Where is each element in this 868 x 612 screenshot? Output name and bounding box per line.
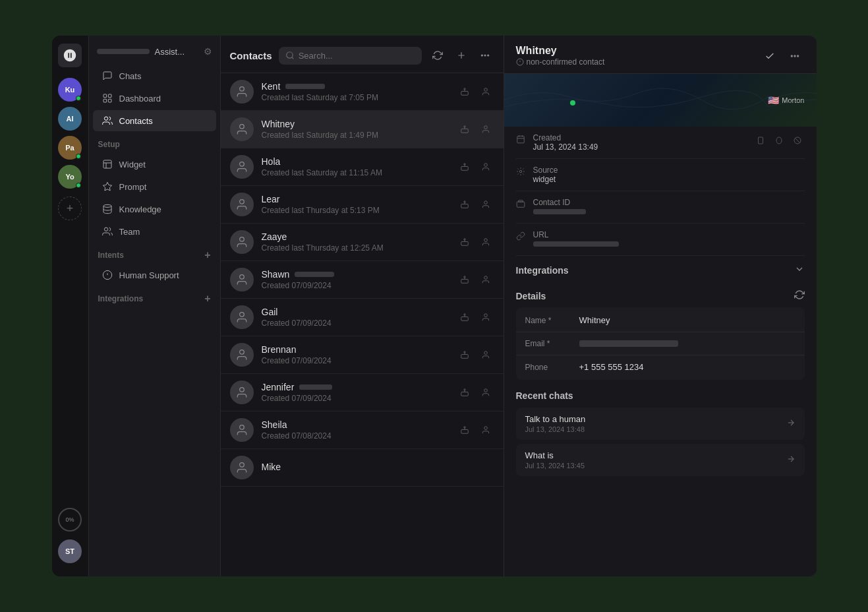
created-label: Created xyxy=(533,133,586,142)
contact-info: Shawn Created 07/09/2024 xyxy=(262,269,448,290)
contacts-panel: Contacts xyxy=(221,36,504,576)
add-intent-button[interactable]: + xyxy=(204,249,210,261)
assign-user-icon xyxy=(481,275,490,284)
svg-point-38 xyxy=(484,276,487,280)
svg-point-60 xyxy=(794,55,796,57)
contact-date: Created last Saturday at 7:05 PM xyxy=(262,93,448,102)
svg-rect-48 xyxy=(461,392,468,396)
integrations-toggle[interactable] xyxy=(794,264,805,276)
more-options-button[interactable] xyxy=(476,46,494,65)
add-workspace-button[interactable]: + xyxy=(58,197,82,220)
nav-item-dashboard[interactable]: Dashboard xyxy=(93,88,216,109)
icon-sidebar: Ku AI Pa Yo + 0% ST xyxy=(52,36,89,576)
search-input[interactable] xyxy=(299,51,415,61)
svg-point-50 xyxy=(484,389,487,392)
contact-date: Created 07/09/2024 xyxy=(262,319,448,328)
check-icon xyxy=(765,51,775,61)
svg-point-6 xyxy=(103,204,111,207)
contact-bot-button[interactable] xyxy=(456,309,473,326)
contact-item-kent[interactable]: Kent Created last Saturday at 7:05 PM xyxy=(221,73,504,111)
logo-icon[interactable] xyxy=(58,44,82,67)
add-contact-button[interactable] xyxy=(452,46,471,65)
svg-point-59 xyxy=(791,55,792,57)
contact-user-button[interactable] xyxy=(477,271,494,288)
contact-user-button[interactable] xyxy=(477,233,494,251)
contact-user-button[interactable] xyxy=(477,121,494,138)
details-form: Name * Whitney Email * Phone +1 555 555 … xyxy=(516,307,805,380)
contact-item-shawn[interactable]: Shawn Created 07/09/2024 xyxy=(221,261,504,299)
contact-date: Created last Thursday at 12:25 AM xyxy=(262,243,448,253)
user-icon xyxy=(235,273,248,286)
user-avatar[interactable]: ST xyxy=(58,539,82,563)
info-icon xyxy=(516,58,524,66)
contact-user-button[interactable] xyxy=(477,309,494,326)
nav-item-human-support[interactable]: Human Support xyxy=(93,264,216,286)
confirm-contact-button[interactable] xyxy=(760,46,780,66)
workspace-avatar-ku[interactable]: Ku xyxy=(58,78,82,102)
contact-bot-button[interactable] xyxy=(456,384,473,401)
chat-item-info: Talk to a human Jul 13, 2024 13:48 xyxy=(525,414,786,433)
contact-user-button[interactable] xyxy=(477,158,494,175)
assign-user-icon xyxy=(481,350,490,359)
svg-point-46 xyxy=(484,352,487,355)
search-bar[interactable] xyxy=(279,47,422,65)
contact-actions xyxy=(456,346,494,363)
svg-point-4 xyxy=(104,117,107,120)
contact-actions xyxy=(456,121,494,138)
more-detail-options-button[interactable] xyxy=(785,46,805,66)
workspace-avatar-ai[interactable]: AI xyxy=(58,107,82,131)
contact-item-gail[interactable]: Gail Created 07/09/2024 xyxy=(221,299,504,336)
contact-item-mike[interactable]: Mike xyxy=(221,449,504,487)
contact-bot-button[interactable] xyxy=(456,158,473,175)
nav-item-chats[interactable]: Chats xyxy=(93,65,216,86)
svg-point-21 xyxy=(463,126,465,127)
contact-item-hola[interactable]: Hola Created last Saturday at 11:15 AM xyxy=(221,148,504,186)
contact-bot-button[interactable] xyxy=(456,346,473,363)
nav-header-left: Assist... xyxy=(97,47,185,57)
contact-user-button[interactable] xyxy=(477,384,494,401)
id-icon xyxy=(516,199,525,208)
contact-bot-button[interactable] xyxy=(456,271,473,288)
contact-user-button[interactable] xyxy=(477,346,494,363)
contact-user-button[interactable] xyxy=(477,196,494,213)
contact-user-button[interactable] xyxy=(477,83,494,100)
contact-item-zaaye[interactable]: Zaaye Created last Thursday at 12:25 AM xyxy=(221,224,504,261)
nav-item-contacts[interactable]: Contacts xyxy=(93,110,216,131)
knowledge-icon xyxy=(102,204,113,214)
svg-point-12 xyxy=(481,55,482,56)
workspace-avatar-pa[interactable]: Pa xyxy=(58,136,82,160)
svg-point-26 xyxy=(484,164,487,167)
contact-item-lear[interactable]: Lear Created last Thursday at 5:13 PM xyxy=(221,186,504,224)
form-name-label: Name * xyxy=(525,316,571,325)
settings-icon[interactable]: ⚙ xyxy=(204,46,212,57)
contact-avatar xyxy=(230,418,254,442)
chat-date-1: Jul 13, 2024 13:48 xyxy=(525,425,786,433)
nav-item-knowledge[interactable]: Knowledge xyxy=(93,199,216,220)
workspace-avatar-yo[interactable]: Yo xyxy=(58,165,82,189)
contact-bot-button[interactable] xyxy=(456,233,473,251)
nav-item-widget[interactable]: Widget xyxy=(93,154,216,175)
contact-bot-button[interactable] xyxy=(456,421,473,439)
contact-user-button[interactable] xyxy=(477,421,494,439)
contact-bot-button[interactable] xyxy=(456,196,473,213)
details-refresh-button[interactable] xyxy=(794,290,805,302)
url-row: URL xyxy=(516,224,805,256)
svg-point-17 xyxy=(463,88,465,90)
contact-info: Lear Created last Thursday at 5:13 PM xyxy=(262,194,448,215)
chat-item-1[interactable]: Talk to a human Jul 13, 2024 13:48 xyxy=(516,408,805,440)
contact-item-brennan[interactable]: Brennan Created 07/09/2024 xyxy=(221,336,504,374)
chat-item-2[interactable]: What is Jul 13, 2024 13:45 xyxy=(516,444,805,476)
nav-item-team[interactable]: Team xyxy=(93,221,216,242)
svg-point-47 xyxy=(239,388,244,392)
refresh-button[interactable] xyxy=(428,46,447,65)
contact-item-jennifer[interactable]: Jennifer Created 07/09/2024 xyxy=(221,374,504,412)
add-integration-button[interactable]: + xyxy=(204,293,210,305)
contact-bot-button[interactable] xyxy=(456,121,473,138)
contact-item-sheila[interactable]: Sheila Created 07/08/2024 xyxy=(221,412,504,449)
nav-item-prompt[interactable]: Prompt xyxy=(93,176,216,197)
source-value: widget xyxy=(533,175,805,184)
integrations-section-header: Integrations xyxy=(516,256,805,282)
contact-actions xyxy=(456,83,494,100)
contact-bot-button[interactable] xyxy=(456,83,473,100)
contact-item-whitney[interactable]: Whitney Created last Saturday at 1:49 PM xyxy=(221,111,504,148)
